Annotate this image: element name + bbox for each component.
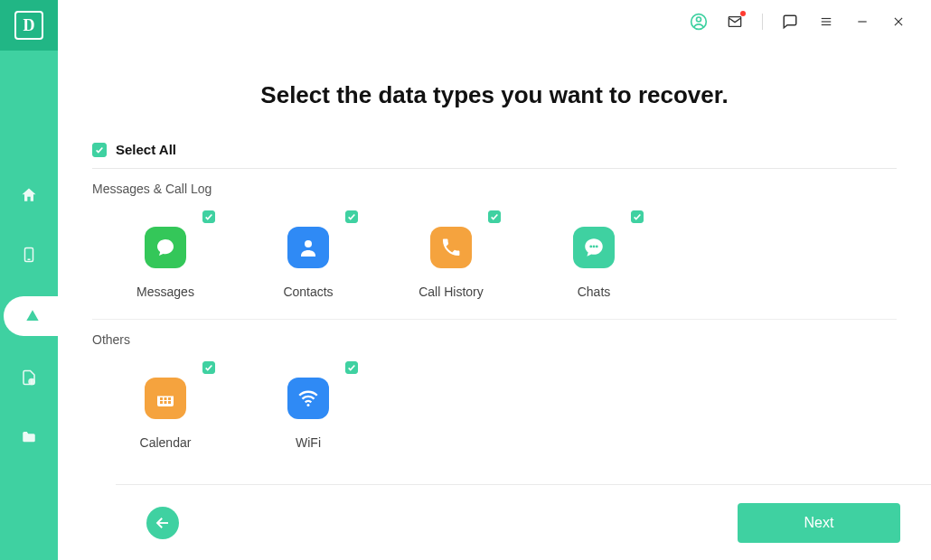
svg-point-26	[306, 404, 309, 406]
back-button[interactable]	[146, 507, 179, 539]
checkbox-contacts[interactable]	[345, 210, 358, 223]
svg-rect-25	[168, 401, 171, 404]
svg-rect-22	[168, 397, 171, 400]
tile-chats	[573, 227, 615, 268]
menu-icon	[818, 15, 834, 28]
home-icon	[20, 186, 38, 204]
sidebar: D !	[0, 0, 58, 560]
tile-wifi	[287, 378, 329, 419]
check-icon	[204, 212, 213, 221]
footer: Next	[116, 484, 931, 560]
feedback-button[interactable]	[781, 13, 799, 31]
main-panel: Select the data types you want to recove…	[58, 0, 931, 560]
svg-point-15	[593, 246, 596, 248]
phone-device-icon	[21, 246, 37, 264]
sidebar-item-home[interactable]	[0, 177, 58, 213]
card-wifi[interactable]: WiFi	[259, 361, 358, 450]
select-all-checkbox[interactable]	[92, 143, 107, 157]
cloud-drive-icon	[24, 307, 42, 325]
svg-rect-18	[157, 392, 174, 396]
svg-rect-23	[160, 401, 163, 404]
select-all-label: Select All	[116, 142, 176, 157]
notification-dot-icon	[740, 11, 746, 16]
folder-icon	[20, 429, 38, 445]
check-icon	[633, 212, 642, 221]
section-title-others: Others	[92, 332, 897, 347]
caption-messages: Messages	[136, 285, 194, 299]
close-icon	[892, 15, 905, 28]
speech-bubble-icon	[155, 237, 176, 258]
checkbox-wifi[interactable]	[345, 361, 358, 374]
account-button[interactable]	[690, 13, 708, 31]
content: Select the data types you want to recove…	[58, 43, 931, 560]
svg-rect-24	[165, 401, 167, 404]
calendar-icon	[155, 387, 176, 409]
sidebar-item-cloud[interactable]	[4, 296, 61, 336]
check-icon	[95, 145, 104, 154]
caption-wifi: WiFi	[296, 435, 321, 450]
feedback-icon	[782, 14, 798, 30]
svg-point-13	[305, 240, 312, 247]
checkbox-chats[interactable]	[631, 210, 644, 223]
checkbox-messages[interactable]	[202, 210, 215, 223]
svg-point-16	[596, 246, 598, 248]
arrow-left-icon	[155, 515, 171, 531]
caption-contacts: Contacts	[283, 285, 333, 299]
app-logo: D	[0, 0, 58, 51]
sidebar-item-file-alert[interactable]: !	[0, 359, 58, 396]
svg-rect-21	[165, 397, 167, 400]
check-icon	[490, 212, 499, 221]
check-icon	[204, 363, 213, 372]
svg-text:!: !	[31, 379, 32, 385]
card-messages[interactable]: Messages	[116, 210, 215, 299]
svg-point-14	[589, 246, 592, 248]
sidebar-item-folder[interactable]	[0, 419, 58, 455]
tile-call-history	[430, 227, 472, 268]
titlebar	[58, 0, 931, 43]
mail-button[interactable]	[726, 13, 744, 31]
caption-call-history: Call History	[418, 285, 484, 299]
phone-icon	[440, 237, 462, 258]
caption-chats: Chats	[578, 285, 611, 299]
app-logo-letter: D	[14, 11, 43, 40]
person-icon	[297, 237, 319, 258]
menu-button[interactable]	[817, 13, 835, 31]
file-alert-icon: !	[21, 369, 37, 387]
checkbox-calendar[interactable]	[202, 361, 215, 374]
minimize-icon	[856, 15, 869, 28]
wifi-icon	[296, 387, 320, 410]
tile-messages	[145, 227, 186, 268]
next-button[interactable]: Next	[738, 503, 900, 543]
svg-point-5	[697, 17, 701, 22]
select-all-row[interactable]: Select All	[92, 142, 897, 169]
account-icon	[690, 13, 708, 31]
card-call-history[interactable]: Call History	[401, 210, 501, 299]
sidebar-item-phone[interactable]	[0, 237, 58, 273]
checkbox-call-history[interactable]	[488, 210, 501, 223]
tile-contacts	[287, 227, 329, 268]
minimize-button[interactable]	[853, 13, 871, 31]
card-chats[interactable]: Chats	[544, 210, 644, 299]
separator	[762, 14, 763, 30]
mail-icon	[726, 14, 744, 29]
svg-rect-20	[160, 397, 163, 400]
card-contacts[interactable]: Contacts	[259, 210, 358, 299]
card-calendar[interactable]: Calendar	[116, 361, 215, 450]
section-title-messages: Messages & Call Log	[92, 182, 897, 196]
chat-dots-icon	[582, 236, 606, 259]
check-icon	[347, 363, 356, 372]
section-row-messages: Messages Contacts Call History	[92, 207, 897, 320]
close-button[interactable]	[889, 13, 907, 31]
check-icon	[347, 212, 356, 221]
page-title: Select the data types you want to recove…	[92, 81, 897, 109]
tile-calendar	[145, 378, 186, 419]
caption-calendar: Calendar	[140, 435, 192, 450]
section-row-others: Calendar WiFi	[92, 358, 897, 470]
